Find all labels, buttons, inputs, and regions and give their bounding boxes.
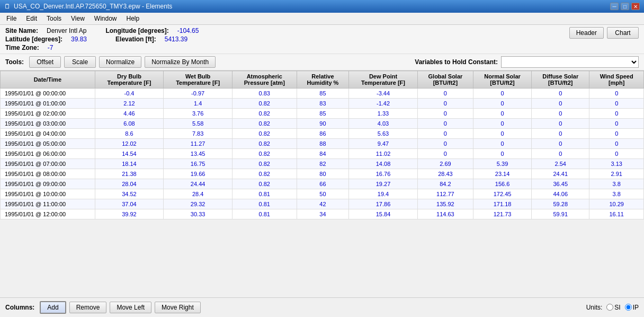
table-cell: 16.11 <box>589 209 644 219</box>
close-button[interactable]: ✕ <box>631 3 640 10</box>
menu-file[interactable]: File <box>2 14 21 23</box>
table-cell: 0.81 <box>232 189 297 199</box>
table-row: 1995/01/01 @ 09:00:0028.0424.440.826619.… <box>1 179 644 189</box>
table-row: 1995/01/01 @ 11:00:0037.0429.320.814217.… <box>1 199 644 209</box>
table-cell: 9.47 <box>349 139 418 149</box>
table-cell: 19.66 <box>164 169 232 179</box>
table-cell: 50 <box>297 189 349 199</box>
table-body: 1995/01/01 @ 00:00:00-0.4-0.970.8385-3.4… <box>1 89 644 219</box>
table-cell: 0 <box>532 119 589 129</box>
si-radio-option[interactable]: SI <box>606 304 620 311</box>
table-cell: 84.2 <box>417 179 473 189</box>
table-row: 1995/01/01 @ 00:00:00-0.4-0.970.8385-3.4… <box>1 89 644 99</box>
longitude-label: Longitude [degrees]: <box>105 27 168 34</box>
table-cell: 1995/01/01 @ 08:00:00 <box>1 169 95 179</box>
si-radio[interactable] <box>606 304 613 311</box>
title-bar: 🗒 USA_CO_Denver.Intl.AP.725650_TMY3.epw … <box>0 0 644 13</box>
table-cell: 19.4 <box>349 189 418 199</box>
menu-edit[interactable]: Edit <box>22 14 41 23</box>
table-wrapper: Date/Time Dry BulbTemperature [F] Wet Bu… <box>0 71 644 297</box>
units-label: Units: <box>586 304 603 311</box>
table-cell: 15.84 <box>349 209 418 219</box>
table-cell: -3.44 <box>349 89 418 99</box>
table-cell: 0 <box>532 129 589 139</box>
table-cell: 0 <box>532 99 589 109</box>
variables-label: Variables to Hold Constant: <box>415 58 498 66</box>
table-row: 1995/01/01 @ 08:00:0021.3819.660.828016.… <box>1 169 644 179</box>
table-cell: 0 <box>473 89 532 99</box>
table-cell: 0 <box>532 109 589 119</box>
table-cell: 19.27 <box>349 179 418 189</box>
main-content: Site Name: Denver Intl Ap Longitude [deg… <box>0 25 644 316</box>
table-cell: 14.08 <box>349 159 418 169</box>
table-cell: 5.58 <box>164 119 232 129</box>
normalize-button[interactable]: Normalize <box>99 56 141 68</box>
table-cell: 14.54 <box>95 149 164 159</box>
col-header-pressure: AtmosphericPressure [atm] <box>232 71 297 89</box>
table-cell: 1995/01/01 @ 10:00:00 <box>1 189 95 199</box>
table-cell: 0 <box>417 139 473 149</box>
table-cell: 0 <box>589 149 644 159</box>
tools-left: Tools: Offset Scale Normalize Normalize … <box>5 56 216 68</box>
col-header-humidity: RelativeHumidity % <box>297 71 349 89</box>
table-scroll[interactable]: Date/Time Dry BulbTemperature [F] Wet Bu… <box>0 71 644 297</box>
minimize-button[interactable]: ─ <box>610 3 619 10</box>
info-row-3: Time Zone: -7 <box>5 44 199 51</box>
table-cell: 5.63 <box>349 129 418 139</box>
longitude-value: -104.65 <box>177 27 199 34</box>
chart-button[interactable]: Chart <box>607 27 639 39</box>
table-cell: 11.27 <box>164 139 232 149</box>
table-cell: 8.6 <box>95 129 164 139</box>
table-cell: 0 <box>473 109 532 119</box>
move-left-button[interactable]: Move Left <box>110 302 151 313</box>
menu-window[interactable]: Window <box>90 14 121 23</box>
table-cell: 37.04 <box>95 199 164 209</box>
table-cell: 0 <box>532 89 589 99</box>
bottom-right: Units: SI IP <box>586 304 639 311</box>
col-header-normalsolar: Normal Solar[BTU/ft2] <box>473 71 532 89</box>
add-button[interactable]: Add <box>40 301 66 314</box>
table-cell: 85 <box>297 109 349 119</box>
table-cell: 1995/01/01 @ 00:00:00 <box>1 89 95 99</box>
table-cell: 18.14 <box>95 159 164 169</box>
table-cell: 112.77 <box>417 189 473 199</box>
table-cell: 66 <box>297 179 349 189</box>
menu-view[interactable]: View <box>67 14 89 23</box>
table-cell: 1995/01/01 @ 09:00:00 <box>1 179 95 189</box>
table-row: 1995/01/01 @ 06:00:0014.5413.450.828411.… <box>1 149 644 159</box>
table-cell: 0 <box>473 99 532 109</box>
table-cell: 156.6 <box>473 179 532 189</box>
table-cell: 36.45 <box>532 179 589 189</box>
info-row-1: Site Name: Denver Intl Ap Longitude [deg… <box>5 27 199 34</box>
menu-tools[interactable]: Tools <box>42 14 66 23</box>
col-header-globalsolar: Global Solar[BTU/ft2] <box>417 71 473 89</box>
table-cell: 171.18 <box>473 199 532 209</box>
col-header-windspeed: Wind Speed[mph] <box>589 71 644 89</box>
timezone-label: Time Zone: <box>5 44 39 51</box>
ip-radio-option[interactable]: IP <box>625 304 639 311</box>
table-cell: 16.76 <box>349 169 418 179</box>
table-cell: 0 <box>473 139 532 149</box>
normalize-month-button[interactable]: Normalize By Month <box>145 56 216 68</box>
menu-help[interactable]: Help <box>122 14 144 23</box>
table-cell: 34.52 <box>95 189 164 199</box>
table-cell: 0 <box>589 119 644 129</box>
scale-button[interactable]: Scale <box>64 56 96 68</box>
remove-button[interactable]: Remove <box>69 302 107 313</box>
offset-button[interactable]: Offset <box>29 56 61 68</box>
maximize-button[interactable]: □ <box>621 3 629 10</box>
table-cell: 4.46 <box>95 109 164 119</box>
table-cell: 0.82 <box>232 139 297 149</box>
col-header-drybulb: Dry BulbTemperature [F] <box>95 71 164 89</box>
ip-radio[interactable] <box>625 304 632 311</box>
table-cell: 59.91 <box>532 209 589 219</box>
ip-label: IP <box>633 304 639 311</box>
table-cell: 12.02 <box>95 139 164 149</box>
table-cell: 1995/01/01 @ 02:00:00 <box>1 109 95 119</box>
variables-dropdown[interactable] <box>501 56 639 68</box>
table-row: 1995/01/01 @ 12:00:0039.9230.330.813415.… <box>1 209 644 219</box>
table-cell: 3.8 <box>589 189 644 199</box>
move-right-button[interactable]: Move Right <box>155 302 201 313</box>
header-button[interactable]: Header <box>569 27 604 39</box>
table-cell: 90 <box>297 119 349 129</box>
